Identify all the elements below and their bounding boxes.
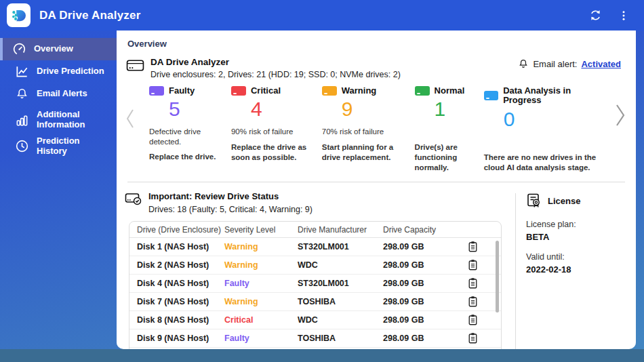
critical-drive-icon <box>231 86 246 96</box>
cell-drive: Disk 2 (NAS Host) <box>129 260 224 270</box>
license-valid-value: 2022-02-18 <box>526 264 580 275</box>
details-clipboard-icon[interactable] <box>468 259 478 271</box>
status-card-count: 4 <box>251 98 318 121</box>
cell-severity: Warning <box>224 297 298 306</box>
status-card-warning: Warning 9 70% risk of failure Start plan… <box>322 86 415 173</box>
bottom-section: Important: Review Drive Status Drives: 1… <box>117 191 636 349</box>
refresh-button[interactable] <box>586 6 605 25</box>
cell-manufacturer: TOSHIBA <box>298 297 383 306</box>
cell-severity: Warning <box>224 260 298 270</box>
refresh-icon <box>588 8 603 22</box>
status-card-count: 5 <box>169 98 227 121</box>
more-menu-button[interactable] <box>614 6 633 25</box>
sidebar-item-email-alerts[interactable]: Email Alerts <box>0 83 117 105</box>
chevron-right-icon <box>614 102 626 128</box>
status-card-faulty: Faulty 5 Defective drive detected. Repla… <box>149 86 231 173</box>
license-plan-label: License plan: <box>526 220 580 229</box>
summary-section: DA Drive Analyzer Drive enclosures: 2, D… <box>117 52 636 79</box>
cell-manufacturer: WDC <box>298 260 383 270</box>
status-card-label: Data Analysis in Progress <box>503 86 609 106</box>
details-clipboard-icon[interactable] <box>468 241 478 253</box>
gauge-icon <box>12 42 26 56</box>
details-clipboard-icon[interactable] <box>468 332 478 344</box>
cell-drive: Disk 7 (NAS Host) <box>129 297 224 306</box>
status-card-action: Replace the drive as soon as possible. <box>231 142 318 163</box>
cell-manufacturer: ST320LM001 <box>298 242 383 252</box>
cell-manufacturer: WDC <box>298 315 383 325</box>
cell-capacity: 298.09 GB <box>383 315 459 325</box>
email-alert: Email alert: Activated <box>518 58 621 69</box>
carousel-prev-button[interactable] <box>125 108 136 129</box>
sidebar-item-label: Email Alerts <box>37 89 87 99</box>
sidebar-item-label: Overview <box>34 44 73 54</box>
status-card-label: Faulty <box>169 86 195 96</box>
cell-capacity: 298.09 GB <box>383 260 459 270</box>
status-card-critical: Critical 4 90% risk of failure Replace t… <box>231 86 322 173</box>
table-row: Disk 7 (NAS Host) Warning TOSHIBA 298.09… <box>129 293 501 311</box>
table-header-row: Drive (Drive Enclosure) Severity Level D… <box>129 222 501 238</box>
cell-drive: Disk 9 (NAS Host) <box>129 334 224 343</box>
page-title: Overview <box>117 31 636 52</box>
cell-capacity: 298.09 GB <box>383 334 459 343</box>
status-card-label: Normal <box>435 86 465 96</box>
status-card-desc <box>484 137 609 147</box>
status-card-desc: Defective drive detected. <box>149 127 227 146</box>
sidebar-item-label: Prediction History <box>37 136 111 157</box>
normal-drive-icon <box>415 86 430 96</box>
bar-chart-icon <box>15 113 29 127</box>
status-card-desc: 90% risk of failure <box>231 127 318 137</box>
drive-status-section: Important: Review Drive Status Drives: 1… <box>125 191 508 349</box>
cell-manufacturer: ST320LM001 <box>298 279 383 288</box>
cell-manufacturer: TOSHIBA <box>298 334 383 343</box>
content-panel: Overview DA Drive Analyzer Drive enclosu… <box>117 31 636 349</box>
cell-drive: Disk 1 (NAS Host) <box>129 242 224 252</box>
sidebar-item-additional-information[interactable]: Additional Information <box>0 105 117 135</box>
bell-icon <box>15 87 29 101</box>
col-header-manufacturer: Drive Manufacturer <box>298 225 383 235</box>
cell-drive: Disk 4 (NAS Host) <box>129 279 224 288</box>
table-row: Disk 1 (NAS Host) Warning ST320LM001 298… <box>129 238 501 256</box>
table-row: Disk 4 (NAS Host) Faulty ST320LM001 298.… <box>129 275 501 293</box>
sidebar-item-overview[interactable]: Overview <box>0 38 117 60</box>
carousel-next-button[interactable] <box>614 102 626 128</box>
section-divider <box>127 182 625 182</box>
summary-title: DA Drive Analyzer <box>150 57 401 67</box>
drive-status-title: Important: Review Drive Status <box>148 191 313 201</box>
analysis-drive-icon <box>484 91 498 100</box>
faulty-drive-icon <box>149 86 164 96</box>
status-card-count: 0 <box>504 108 609 131</box>
status-card-desc <box>415 127 480 137</box>
bell-icon <box>518 58 529 69</box>
warning-drive-icon <box>322 86 337 96</box>
status-card-label: Warning <box>342 86 377 96</box>
table-row: Disk 2 (NAS Host) Warning WDC 298.09 GB <box>129 256 501 275</box>
status-cards-carousel: Faulty 5 Defective drive detected. Repla… <box>117 85 636 173</box>
sidebar-item-prediction-history[interactable]: Prediction History <box>0 135 117 157</box>
col-header-severity: Severity Level <box>224 225 298 235</box>
status-card-action: Drive(s) are functioning normally. <box>415 142 480 173</box>
drive-check-icon <box>125 191 142 206</box>
table-scrollbar[interactable] <box>496 241 499 313</box>
app-logo-icon <box>7 3 31 27</box>
app-title: DA Drive Analyzer <box>39 9 141 22</box>
status-card-action: Start planning for a drive replacement. <box>322 142 411 163</box>
details-clipboard-icon[interactable] <box>468 296 478 308</box>
sidebar-item-drive-prediction[interactable]: Drive Prediction <box>0 60 117 83</box>
col-header-drive: Drive (Drive Enclosure) <box>129 225 224 235</box>
status-card-count: 1 <box>435 98 480 121</box>
status-card-count: 9 <box>342 98 411 121</box>
cell-severity: Faulty <box>224 334 298 343</box>
clock-icon <box>15 139 29 153</box>
trend-chart-icon <box>15 64 29 79</box>
details-clipboard-icon[interactable] <box>468 314 478 326</box>
license-plan-value: BETA <box>526 232 580 242</box>
cell-capacity: 298.09 GB <box>383 279 459 288</box>
details-clipboard-icon[interactable] <box>468 277 478 289</box>
table-row: Disk 8 (NAS Host) Critical WDC 298.09 GB <box>129 311 501 329</box>
cell-severity: Critical <box>224 315 298 325</box>
drive-summary: Drive enclosures: 2, Drives: 21 (HDD: 19… <box>150 70 401 79</box>
table-row: Disk 9 (NAS Host) Faulty TOSHIBA 298.09 … <box>129 329 501 348</box>
email-alert-status-link[interactable]: Activated <box>581 59 621 69</box>
drive-icon <box>126 58 144 73</box>
cell-drive: Disk 8 (NAS Host) <box>129 315 224 325</box>
